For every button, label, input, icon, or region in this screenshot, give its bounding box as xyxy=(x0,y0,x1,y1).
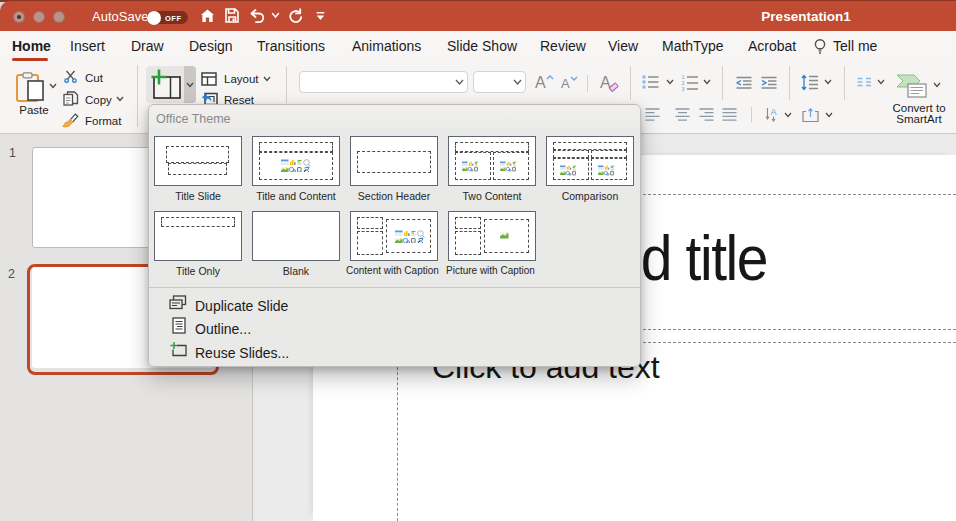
svg-text:A: A xyxy=(771,107,777,117)
svg-text:3: 3 xyxy=(682,86,685,91)
